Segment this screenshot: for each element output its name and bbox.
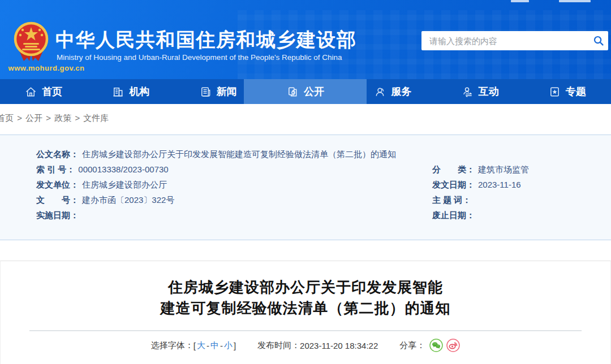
- doc-field-index-number: 索 引 号：000013338/2023-00730: [36, 162, 174, 177]
- article-title-line2: 建造可复制经验做法清单（第二批）的通知: [161, 300, 451, 317]
- doc-info-card: 公文名称：住房城乡建设部办公厅关于印发发展智能建造可复制经验做法清单（第二批）的…: [0, 135, 611, 240]
- breadcrumb-separator: >: [75, 113, 80, 123]
- font-size-separator: -: [206, 341, 209, 350]
- nav-item-label: 服务: [391, 85, 411, 98]
- nav-item-label: 专题: [566, 85, 586, 98]
- nav-item-special-topic[interactable]: 专题: [524, 79, 611, 104]
- clipped-topbar-text: [559, 0, 591, 2]
- doc-field-label: 主 题 词：: [432, 195, 471, 205]
- nav-item-interaction[interactable]: 互动: [436, 79, 523, 104]
- font-selector-label: 选择字体：: [151, 340, 193, 351]
- breadcrumb-item-disclosure[interactable]: 公开: [25, 113, 42, 123]
- site-url: www.mohurd.gov.cn: [1, 64, 92, 72]
- font-size-medium-button[interactable]: 中: [210, 340, 219, 351]
- doc-field-value: 建办市函〔2023〕322号: [82, 195, 174, 205]
- nav-item-label: 机构: [129, 85, 149, 98]
- nav-item-disclosure[interactable]: 公开: [262, 79, 349, 104]
- doc-field-label: 废止日期：: [432, 210, 475, 220]
- article-title: 住房城乡建设部办公厅关于印发发展智能 建造可复制经验做法清单（第二批）的通知: [1, 277, 610, 319]
- doc-field-repeal-date: 废止日期：: [432, 207, 529, 223]
- breadcrumb-separator: >: [17, 113, 22, 123]
- site-title: 中华人民共和国住房和城乡建设部: [55, 27, 357, 53]
- doc-field-document-number: 文 号：建办市函〔2023〕322号: [36, 192, 174, 207]
- nav-item-label: 互动: [479, 85, 499, 98]
- nav-item-label: 首页: [42, 85, 62, 98]
- wechat-icon[interactable]: [429, 339, 443, 352]
- page: www.mohurd.gov.cn 中华人民共和国住房和城乡建设部 Minist…: [0, 0, 611, 364]
- organization-icon: [112, 86, 124, 98]
- doc-field-issuing-unit: 发文单位：住房城乡建设部办公厅: [36, 177, 174, 192]
- search-icon[interactable]: [589, 31, 608, 50]
- nav-item-organization[interactable]: 机构: [87, 79, 174, 104]
- doc-field-value: 住房城乡建设部办公厅: [82, 180, 167, 189]
- article-title-line1: 住房城乡建设部办公厅关于印发发展智能: [168, 279, 443, 296]
- doc-field-issue-date: 发文日期：2023-11-16: [432, 177, 529, 192]
- clipped-topbar-text: [511, 0, 529, 2]
- font-size-separator: -: [220, 341, 223, 350]
- publish-time-label: 发布时间：: [257, 340, 300, 351]
- doc-field-label: 索 引 号：: [36, 164, 75, 174]
- doc-field-value: 2023-11-16: [478, 180, 521, 189]
- doc-info-right-column: 分 类：建筑市场监管 发文日期：2023-11-16 主 题 词： 废止日期：: [432, 162, 529, 223]
- doc-field-label: 发文单位：: [36, 180, 79, 189]
- bracket-open: [: [193, 341, 196, 350]
- article-section: 住房城乡建设部办公厅关于印发发展智能 建造可复制经验做法清单（第二批）的通知 选…: [0, 261, 611, 364]
- doc-field-value: 住房城乡建设部办公厅关于印发发展智能建造可复制经验做法清单（第二批）的通知: [82, 149, 396, 159]
- nav-item-service[interactable]: 服务: [349, 79, 436, 104]
- doc-field-subject-words: 主 题 词：: [432, 192, 529, 207]
- article-meta-row: 选择字体： [ 大 - 中 - 小 ] 发布时间： 2023-11-20 18:…: [1, 339, 610, 352]
- search-input[interactable]: [421, 36, 589, 46]
- doc-field-name: 公文名称：住房城乡建设部办公厅关于印发发展智能建造可复制经验做法清单（第二批）的…: [36, 146, 396, 162]
- breadcrumb-item-policy[interactable]: 政策: [54, 113, 71, 123]
- news-icon: [200, 86, 212, 98]
- disclosure-icon: [287, 86, 299, 98]
- nav-item-home[interactable]: 首页: [0, 79, 87, 104]
- font-size-selector: 选择字体： [ 大 - 中 - 小 ]: [151, 340, 236, 351]
- doc-field-implementation-date: 实施日期：: [36, 207, 174, 223]
- doc-field-label: 文 号：: [36, 195, 79, 205]
- doc-field-value: 000013338/2023-00730: [78, 164, 168, 174]
- doc-field-category: 分 类：建筑市场监管: [432, 162, 529, 177]
- site-subtitle-english: Ministry of Housing and Urban-Rural Deve…: [57, 53, 342, 62]
- doc-field-label: 分 类：: [432, 164, 475, 174]
- doc-field-label: 实施日期：: [36, 210, 79, 220]
- doc-field-value: 建筑市场监管: [478, 164, 529, 174]
- doc-info-left-column: 索 引 号：000013338/2023-00730 发文单位：住房城乡建设部办…: [36, 162, 174, 223]
- site-header: www.mohurd.gov.cn 中华人民共和国住房和城乡建设部 Minist…: [0, 0, 611, 79]
- search-box: [421, 31, 608, 50]
- share-block: 分享：: [399, 339, 460, 352]
- title-divider: [29, 330, 582, 331]
- bracket-close: ]: [234, 341, 236, 350]
- nav-item-label: 公开: [304, 85, 324, 98]
- publish-time-value: 2023-11-20 18:34:22: [300, 341, 378, 350]
- weibo-icon[interactable]: [446, 339, 460, 352]
- share-label: 分享：: [399, 340, 425, 351]
- breadcrumb: 首页 > 公开 > 政策 > 文件库: [0, 104, 611, 124]
- national-emblem-logo: [12, 21, 50, 63]
- doc-field-label: 发文日期：: [432, 180, 475, 189]
- font-size-small-button[interactable]: 小: [224, 340, 233, 351]
- interaction-icon: [462, 86, 474, 98]
- nav-item-news[interactable]: 新闻: [175, 79, 262, 104]
- publish-time: 发布时间： 2023-11-20 18:34:22: [257, 340, 378, 351]
- main-nav: 首页 机构 新闻: [0, 79, 611, 104]
- home-icon: [25, 86, 37, 98]
- breadcrumb-item-home[interactable]: 首页: [0, 113, 14, 123]
- special-topic-icon: [549, 86, 561, 98]
- font-size-large-button[interactable]: 大: [197, 340, 205, 351]
- service-icon: [374, 86, 386, 98]
- nav-item-label: 新闻: [217, 85, 237, 98]
- breadcrumb-separator: >: [46, 113, 51, 123]
- doc-field-label: 公文名称：: [36, 149, 79, 159]
- breadcrumb-bar: 首页 > 公开 > 政策 > 文件库: [0, 104, 611, 135]
- breadcrumb-item-library[interactable]: 文件库: [83, 113, 109, 123]
